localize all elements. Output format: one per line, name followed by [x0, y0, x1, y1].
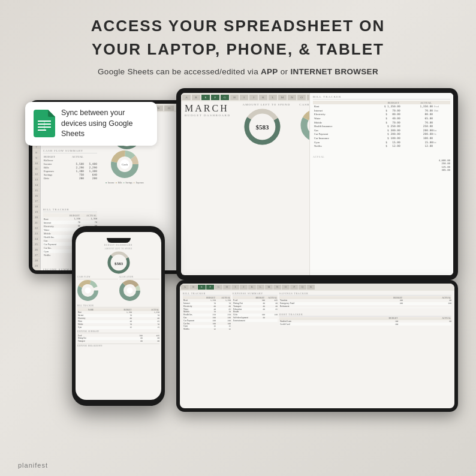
tablet-right-screen: A B E F G H I J K L M N O — [180, 284, 454, 408]
svg-point-40 — [126, 287, 132, 293]
device-tablet-right: A B E F G H I J K L M N O — [176, 280, 458, 412]
title-line2: YOUR LAPTOP, PHONE, & TABLET — [91, 40, 385, 59]
phone-notch — [107, 238, 131, 243]
svg-rect-3 — [38, 129, 46, 131]
sync-text: Sync between your devices using Google S… — [61, 108, 149, 140]
svg-text:$583: $583 — [255, 123, 269, 131]
brand-name: planifest — [18, 462, 48, 469]
bill-tracker-panel: BILL TRACKER BUDGETACTUAL Rent$ 1,350.00… — [309, 93, 453, 275]
svg-text:Cash: Cash — [122, 163, 128, 166]
header-subtitle: Google Sheets can be accessed/edited via… — [98, 67, 378, 76]
device-phone: MARCH BUDGET DASHBOARD AMOUNT LEFT TO SP… — [72, 226, 165, 406]
phone-screen: MARCH BUDGET DASHBOARD AMOUNT LEFT TO SP… — [76, 232, 161, 400]
laptop-screen: A B E F G H I J K L M N O — [181, 93, 453, 275]
device-laptop: A B E F G H I J K L M N O — [176, 88, 458, 280]
svg-point-36 — [85, 287, 91, 293]
header-title: ACCESS YOUR SPREADSHEET ON YOUR LAPTOP, … — [91, 17, 385, 64]
emphasis-browser: INTERNET BROWSER — [290, 67, 378, 76]
page: ACCESS YOUR SPREADSHEET ON YOUR LAPTOP, … — [0, 0, 476, 476]
emphasis-app: APP — [261, 67, 278, 76]
google-sheets-icon — [34, 110, 55, 137]
sync-badge: Sync between your devices using Google S… — [25, 102, 157, 146]
svg-text:$583: $583 — [115, 261, 123, 266]
title-line1: ACCESS YOUR SPREADSHEET ON — [91, 17, 385, 35]
